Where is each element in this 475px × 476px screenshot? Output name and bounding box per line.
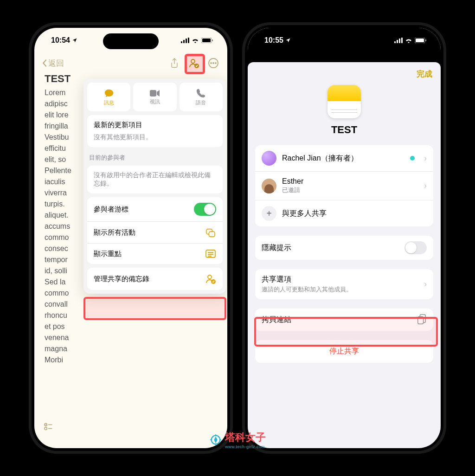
watermark: 塔科女子 www.tech-girlz.com (209, 431, 266, 449)
svg-rect-33 (418, 317, 424, 324)
dynamic-island (316, 33, 372, 49)
checklist-button[interactable] (44, 422, 54, 434)
ellipsis-icon (208, 58, 219, 69)
row-copy-link[interactable]: 拷貝連結 (255, 309, 433, 331)
location-icon (285, 38, 291, 43)
message-icon (103, 88, 115, 98)
svg-rect-31 (416, 39, 424, 42)
svg-rect-29 (401, 38, 403, 43)
svg-point-12 (215, 63, 216, 64)
battery-icon (201, 38, 213, 43)
cursor-toggle[interactable] (194, 203, 216, 216)
updates-card: 最新的更新項目 沒有其他更新項目。 (87, 115, 223, 147)
status-dot-icon (410, 156, 415, 161)
segment-messages[interactable]: 訊息 (87, 83, 130, 111)
svg-point-7 (191, 59, 195, 63)
back-button[interactable]: 返回 (42, 58, 64, 69)
row-cursor: 參與者游標 (87, 197, 223, 221)
notes-collab-popover-screen: 10:54 返回 (34, 28, 227, 448)
updates-sub: 沒有其他更新項目。 (94, 133, 216, 142)
sheet-title: TEST (248, 124, 441, 136)
svg-rect-5 (202, 39, 211, 42)
row-activity[interactable]: 顯示所有活動 (87, 221, 223, 243)
collaboration-popover: 訊息 視訊 語音 最新的更新項目 沒有其他更新項目。 目前的參與者 (83, 79, 226, 294)
video-icon (149, 89, 160, 97)
manage-list: 管理共享的備忘錄 (87, 268, 223, 290)
wifi-icon (405, 38, 412, 43)
segment-voice[interactable]: 語音 (180, 83, 223, 111)
share-options-group: 共享選項 邀請的人可更動和加入其他成員。 › (255, 269, 433, 299)
phone-icon (196, 88, 206, 98)
watermark-icon (209, 433, 222, 446)
highlights-icon (205, 249, 216, 258)
chevron-left-icon (42, 59, 47, 67)
svg-rect-3 (188, 38, 189, 43)
chevron-right-icon: › (424, 181, 427, 191)
svg-point-13 (45, 424, 47, 426)
manage-icon (205, 273, 216, 284)
settings-list: 參與者游標 顯示所有活動 顯示重點 (87, 197, 223, 264)
location-icon (72, 38, 77, 43)
status-time: 10:54 (51, 36, 70, 45)
participants-label: 目前的參與者 (89, 154, 221, 162)
hide-hints-group: 隱藏提示 (255, 236, 433, 260)
svg-point-11 (213, 63, 214, 64)
svg-point-24 (208, 275, 212, 279)
copy-link-group: 拷貝連結 (255, 309, 433, 331)
stop-sharing-button[interactable]: 停止共享 (255, 340, 433, 363)
svg-rect-1 (183, 40, 185, 43)
avatar (262, 151, 276, 166)
chevron-right-icon: › (424, 279, 427, 289)
person-badge-icon (188, 58, 199, 69)
share-sheet: 完成 TEST Rachel Jian（擁有者） › Esther (248, 62, 441, 448)
participants-group: Rachel Jian（擁有者） › Esther 已邀請 › + (255, 145, 433, 226)
svg-rect-0 (181, 41, 182, 43)
row-share-options[interactable]: 共享選項 邀請的人可更動和加入其他成員。 › (255, 269, 433, 299)
status-time: 10:55 (264, 36, 283, 45)
svg-rect-19 (209, 232, 215, 237)
share-sheet-screen: 10:55 完成 TEST (248, 28, 441, 448)
participant-guest[interactable]: Esther 已邀請 › (255, 171, 433, 200)
hide-hints-toggle[interactable] (404, 241, 427, 254)
avatar (262, 179, 276, 193)
wifi-icon (192, 38, 199, 43)
svg-point-10 (211, 63, 212, 64)
activity-icon (205, 227, 216, 238)
more-button[interactable] (207, 57, 220, 70)
cellular-icon (181, 38, 189, 43)
battery-icon (415, 38, 427, 43)
svg-rect-2 (186, 39, 187, 43)
participant-owner[interactable]: Rachel Jian（擁有者） › (255, 145, 433, 171)
svg-rect-32 (425, 39, 426, 41)
svg-rect-17 (150, 90, 156, 96)
share-button[interactable] (168, 57, 181, 70)
collaborate-button[interactable] (187, 57, 200, 70)
contact-segments: 訊息 視訊 語音 (87, 83, 223, 111)
svg-rect-27 (397, 40, 398, 43)
segment-video[interactable]: 視訊 (133, 83, 176, 111)
chevron-right-icon: › (424, 154, 427, 163)
updates-title: 最新的更新項目 (94, 121, 216, 129)
copy-icon (417, 314, 427, 325)
row-highlights[interactable]: 顯示重點 (87, 243, 223, 264)
participants-empty: 沒有啟用中的合作者正在編輯或檢視此備忘錄。 (94, 171, 216, 188)
add-people[interactable]: + 與更多人共享 (255, 200, 433, 226)
svg-rect-28 (399, 39, 400, 43)
cellular-icon (394, 38, 403, 43)
done-button[interactable]: 完成 (417, 69, 432, 79)
participants-card: 沒有啟用中的合作者正在編輯或檢視此備忘錄。 (87, 166, 223, 193)
svg-point-15 (45, 427, 47, 430)
row-hide-hints: 隱藏提示 (255, 236, 433, 260)
row-manage-shared[interactable]: 管理共享的備忘錄 (87, 268, 223, 290)
stop-share-group: 停止共享 (255, 340, 433, 363)
plus-icon: + (262, 206, 276, 221)
svg-marker-39 (215, 437, 217, 442)
dynamic-island (103, 33, 159, 49)
checklist-icon (44, 422, 54, 432)
svg-rect-26 (394, 41, 396, 43)
share-icon (170, 58, 179, 69)
svg-rect-6 (212, 39, 213, 41)
notes-app-icon (327, 85, 361, 118)
